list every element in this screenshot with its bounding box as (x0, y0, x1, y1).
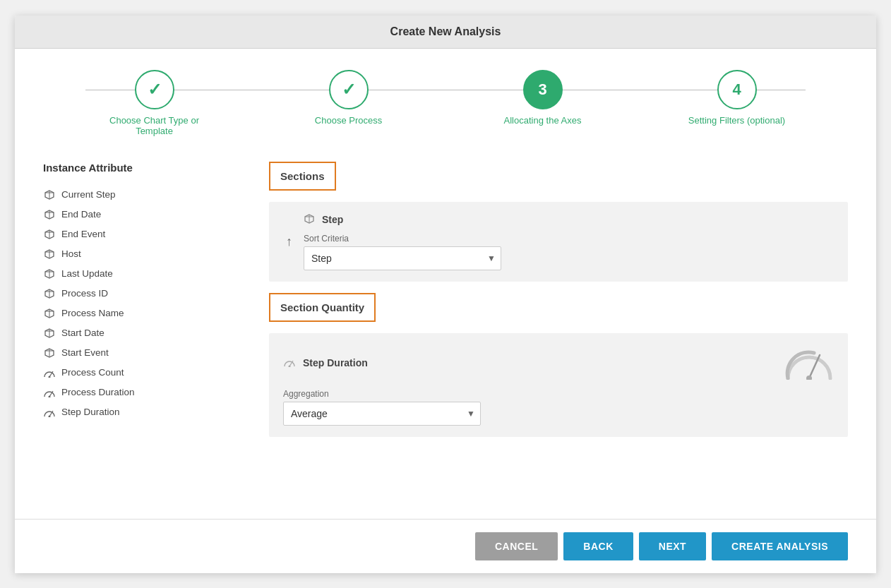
step-cube-icon (304, 213, 315, 227)
list-item[interactable]: Start Date (43, 323, 241, 343)
cube-icon (43, 228, 56, 241)
list-item[interactable]: Current Step (43, 185, 241, 205)
attr-label: End Event (61, 229, 105, 239)
cube-icon (43, 347, 56, 359)
list-item[interactable]: Process Duration (43, 383, 241, 402)
gauge-icon (43, 406, 56, 419)
attr-label: Process ID (61, 288, 108, 299)
step-card-header: Step (304, 213, 834, 227)
instance-attribute-title: Instance Attribute (43, 162, 241, 174)
next-button[interactable]: NEXT (639, 532, 706, 560)
step-duration-large-gauge-icon (784, 344, 834, 382)
stepper-step-2: ✓ Choose Process (251, 70, 446, 126)
step-1-circle: ✓ (135, 70, 174, 109)
cube-icon (43, 188, 56, 201)
step-2-circle: ✓ (329, 70, 369, 109)
step-duration-card: Step Duration Aggregation (269, 333, 848, 437)
step-duration-gauge-icon (283, 357, 296, 369)
stepper: ✓ Choose Chart Type or Template ✓ Choose… (43, 70, 848, 136)
svg-point-39 (806, 376, 812, 380)
dialog-title: Create New Analysis (15, 16, 876, 49)
stepper-step-1: ✓ Choose Chart Type or Template (57, 70, 251, 136)
list-item[interactable]: End Date (43, 205, 241, 224)
gauge-icon (43, 366, 56, 379)
list-item[interactable]: Host (43, 244, 241, 264)
sort-criteria-select-wrap: Step Name Count Duration ▼ (304, 246, 501, 270)
attribute-list: Current Step End Date End Event (43, 185, 241, 422)
list-item[interactable]: Process Name (43, 304, 241, 323)
step-3-circle: 3 (523, 70, 563, 109)
step-card: ↑ Step (269, 202, 848, 282)
step-card-title: Step (322, 214, 343, 225)
step-duration-title: Step Duration (303, 357, 368, 368)
attr-label: Process Count (61, 367, 124, 378)
step-card-content: Step Sort Criteria Step Name Count Dur (304, 213, 834, 270)
list-item[interactable]: Last Update (43, 264, 241, 284)
create-analysis-dialog: Create New Analysis ✓ Choose Chart Type … (15, 16, 876, 573)
attr-label: Process Name (61, 308, 124, 318)
list-item[interactable]: End Event (43, 224, 241, 244)
step-2-label: Choose Process (315, 115, 382, 126)
right-panel: Sections ↑ (269, 162, 848, 505)
cube-icon (43, 287, 56, 300)
attr-label: Host (61, 248, 81, 259)
attr-label: Start Date (61, 328, 104, 338)
list-item[interactable]: Step Duration (43, 402, 241, 422)
stepper-step-3: 3 Allocating the Axes (446, 70, 640, 126)
cube-icon (43, 327, 56, 340)
create-analysis-button[interactable]: CREATE ANALYSIS (712, 532, 848, 560)
attr-label: Step Duration (61, 407, 120, 417)
step-1-label: Choose Chart Type or Template (105, 115, 204, 136)
attr-label: End Date (61, 209, 101, 220)
step-4-circle: 4 (717, 70, 757, 109)
cube-icon (43, 307, 56, 320)
step-3-label: Allocating the Axes (504, 115, 582, 126)
step-1-check-icon: ✓ (148, 80, 162, 100)
aggregation-select[interactable]: Average Sum Min Max Count (283, 402, 481, 426)
back-button[interactable]: BACK (563, 532, 633, 560)
list-item[interactable]: Process ID (43, 284, 241, 304)
cancel-button[interactable]: CANCEL (475, 532, 558, 560)
section-quantity-label: Section Quantity (269, 293, 376, 322)
list-item[interactable]: Process Count (43, 363, 241, 383)
step-3-number: 3 (538, 80, 546, 99)
cube-icon (43, 268, 56, 280)
left-panel: Instance Attribute Current Step (43, 162, 241, 505)
cube-icon (43, 248, 56, 260)
sort-up-button[interactable]: ↑ (283, 234, 295, 249)
step-card-row: ↑ Step (283, 213, 834, 270)
stepper-step-4: 4 Setting Filters (optional) (640, 70, 834, 126)
sections-label: Sections (269, 162, 336, 191)
step-2-check-icon: ✓ (342, 80, 356, 100)
dialog-footer: CANCEL BACK NEXT CREATE ANALYSIS (15, 519, 876, 573)
gauge-icon (43, 386, 56, 399)
cube-icon (43, 208, 56, 221)
step-4-label: Setting Filters (optional) (688, 115, 785, 126)
step-duration-header: Step Duration (283, 344, 834, 382)
aggregation-select-wrap: Average Sum Min Max Count ▼ (283, 402, 481, 426)
attr-label: Start Event (61, 347, 109, 358)
attr-label: Current Step (61, 189, 116, 200)
sort-criteria-label: Sort Criteria Step Name Count Duration ▼ (304, 234, 834, 270)
aggregation-wrap: Aggregation Average Sum Min Max Count ▼ (283, 389, 834, 426)
list-item[interactable]: Start Event (43, 343, 241, 363)
content-area: Instance Attribute Current Step (43, 162, 848, 505)
attr-label: Process Duration (61, 387, 135, 397)
attr-label: Last Update (61, 268, 113, 279)
step-4-number: 4 (732, 80, 741, 99)
sort-criteria-select[interactable]: Step Name Count Duration (304, 246, 501, 270)
